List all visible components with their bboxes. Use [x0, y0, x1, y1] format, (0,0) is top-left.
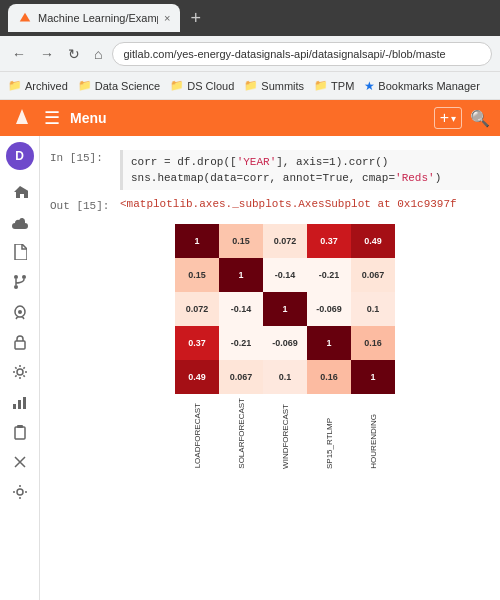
sidebar-icon-file[interactable] — [4, 238, 36, 266]
heatmap-cell: 1 — [307, 326, 351, 360]
heatmap-cell: 1 — [351, 360, 395, 394]
plus-icon: + — [440, 109, 449, 127]
heatmap-cell: 0.067 — [351, 258, 395, 292]
hamburger-icon[interactable]: ☰ — [44, 107, 60, 129]
heatmap-row-label: WINDFORECAST — [90, 292, 175, 326]
heatmap-cell: 0.37 — [175, 326, 219, 360]
heatmap-cell: 0.067 — [219, 360, 263, 394]
header-icons: + ▾ 🔍 — [434, 107, 490, 129]
heatmap-cell: 1 — [219, 258, 263, 292]
svg-point-13 — [17, 489, 23, 495]
heatmap-cell: -0.14 — [263, 258, 307, 292]
address-input[interactable] — [112, 42, 492, 66]
sidebar-icon-home[interactable] — [4, 178, 36, 206]
heatmap-cell: -0.069 — [263, 326, 307, 360]
heatmap-corner — [90, 394, 175, 471]
bookmark-manager[interactable]: ★ Bookmarks Manager — [364, 79, 480, 93]
bookmark-label: Summits — [261, 80, 304, 92]
heatmap-table: LOADFORECAST10.150.0720.370.49SOLARFOREC… — [90, 224, 395, 471]
svg-marker-1 — [16, 109, 28, 124]
sidebar-icon-branch[interactable] — [4, 268, 36, 296]
svg-rect-6 — [15, 341, 25, 349]
search-button[interactable]: 🔍 — [470, 109, 490, 128]
sidebar-icon-close[interactable] — [4, 448, 36, 476]
heatmap-row: LOADFORECAST10.150.0720.370.49 — [90, 224, 395, 258]
bookmark-tpm[interactable]: 📁 TPM — [314, 79, 354, 92]
clipboard-icon — [13, 424, 27, 440]
gitlab-logo — [10, 106, 34, 130]
code-block: corr = df.drop(['YEAR'], axis=1).corr() … — [120, 150, 490, 190]
star-icon: ★ — [364, 79, 375, 93]
heatmap-row-label: HOURENDING — [90, 360, 175, 394]
home-button[interactable]: ⌂ — [90, 44, 106, 64]
output-label: Out [15]: — [50, 198, 120, 212]
bookmark-label: TPM — [331, 80, 354, 92]
output-value: <matplotlib.axes._subplots.AxesSubplot a… — [120, 198, 457, 210]
gear-icon — [12, 364, 28, 380]
sidebar-icon-cloud[interactable] — [4, 208, 36, 236]
folder-icon: 📁 — [244, 79, 258, 92]
sidebar-icon-clipboard[interactable] — [4, 418, 36, 446]
heatmap-cell: 1 — [263, 292, 307, 326]
svg-point-3 — [22, 275, 26, 279]
gitlab-favicon — [18, 11, 32, 25]
folder-icon: 📁 — [78, 79, 92, 92]
heatmap-cell: 0.15 — [175, 258, 219, 292]
sidebar-icon-lock[interactable] — [4, 328, 36, 356]
bookmark-archived[interactable]: 📁 Archived — [8, 79, 68, 92]
heatmap-row: SP15_RTLMP0.37-0.21-0.06910.16 — [90, 326, 395, 360]
branch-icon — [13, 274, 27, 290]
heatmap-col-label: HOURENDING — [351, 394, 395, 471]
back-button[interactable]: ← — [8, 44, 30, 64]
active-tab[interactable]: Machine Learning/Examples/Re × — [8, 4, 180, 32]
chevron-down-icon: ▾ — [451, 113, 456, 124]
reload-button[interactable]: ↻ — [64, 44, 84, 64]
svg-point-7 — [17, 369, 23, 375]
col-label-text: WINDFORECAST — [281, 400, 290, 469]
menu-label: Menu — [70, 110, 107, 126]
col-label-text: LOADFORECAST — [193, 399, 202, 468]
bookmarks-bar: 📁 Archived 📁 Data Science 📁 DS Cloud 📁 S… — [0, 72, 500, 100]
bookmark-dscloud[interactable]: 📁 DS Cloud — [170, 79, 234, 92]
heatmap-cell: -0.069 — [307, 292, 351, 326]
heatmap-cell: 0.1 — [263, 360, 307, 394]
sidebar-icon-chart[interactable] — [4, 388, 36, 416]
heatmap-row: HOURENDING0.490.0670.10.161 — [90, 360, 395, 394]
input-cell-15: In [15]: corr = df.drop(['YEAR'], axis=1… — [40, 146, 500, 194]
svg-rect-10 — [23, 397, 26, 409]
bookmark-label: Bookmarks Manager — [378, 80, 480, 92]
avatar[interactable]: D — [6, 142, 34, 170]
col-label-text: SOLARFORECAST — [237, 394, 246, 469]
new-tab-button[interactable]: + — [186, 8, 205, 29]
heatmap-row-label: SP15_RTLMP — [90, 326, 175, 360]
sidebar-icon-gear[interactable] — [4, 358, 36, 386]
heatmap-cell: 0.37 — [307, 224, 351, 258]
notebook: In [15]: corr = df.drop(['YEAR'], axis=1… — [40, 136, 500, 600]
svg-marker-0 — [20, 13, 31, 22]
x-icon — [13, 455, 27, 469]
col-label-text: HOURENDING — [369, 410, 378, 469]
close-icon[interactable]: × — [164, 12, 170, 24]
svg-point-4 — [14, 285, 18, 289]
output-text: <matplotlib.axes._subplots.AxesSubplot a… — [120, 198, 490, 210]
col-label-text: SP15_RTLMP — [325, 414, 334, 469]
rocket-icon — [12, 304, 28, 320]
bookmark-label: DS Cloud — [187, 80, 234, 92]
svg-point-2 — [14, 275, 18, 279]
heatmap-cell: 0.16 — [351, 326, 395, 360]
sidebar-icon-rocket[interactable] — [4, 298, 36, 326]
folder-icon: 📁 — [8, 79, 22, 92]
tab-title: Machine Learning/Examples/Re — [38, 12, 158, 24]
plus-button[interactable]: + ▾ — [434, 107, 462, 129]
heatmap-row-label: SOLARFORECAST — [90, 258, 175, 292]
svg-rect-11 — [15, 427, 25, 439]
sidebar-icon-settings[interactable] — [4, 478, 36, 506]
heatmap-col-label: SOLARFORECAST — [219, 394, 263, 471]
bookmark-datascience[interactable]: 📁 Data Science — [78, 79, 160, 92]
code-content[interactable]: corr = df.drop(['YEAR'], axis=1).corr() … — [120, 150, 490, 190]
bookmark-summits[interactable]: 📁 Summits — [244, 79, 304, 92]
forward-button[interactable]: → — [36, 44, 58, 64]
browser-tab-bar: Machine Learning/Examples/Re × + — [0, 0, 500, 36]
heatmap-cell: -0.21 — [307, 258, 351, 292]
heatmap-cell: 0.49 — [175, 360, 219, 394]
